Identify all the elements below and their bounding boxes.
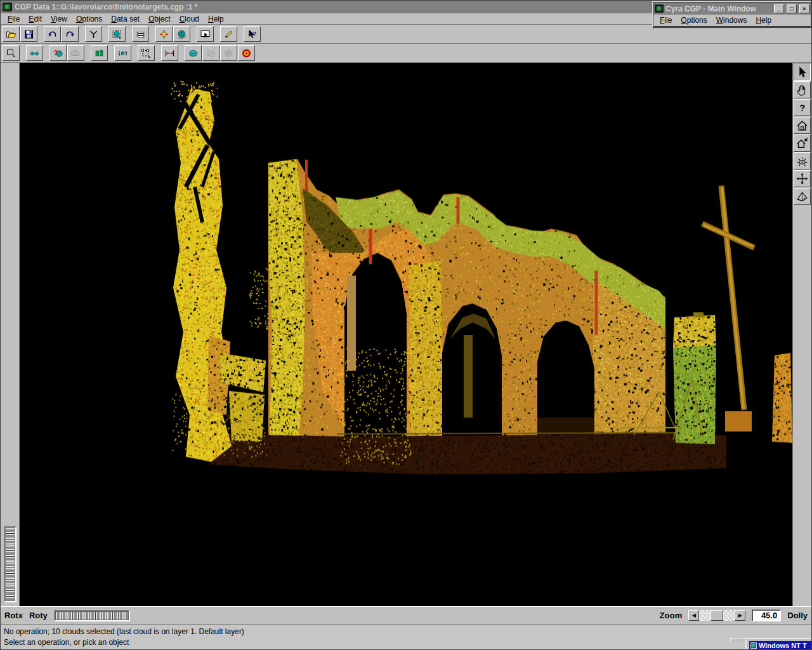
cyra-main-window[interactable]: Cyra CGP - Main Window _ □ × FileOptions… — [653, 2, 811, 28]
home-tool-button[interactable] — [794, 117, 811, 134]
svg-text:?: ? — [799, 103, 805, 113]
save-button[interactable] — [20, 26, 37, 42]
cylinders-icon — [94, 48, 105, 58]
menu-item-file[interactable]: File — [655, 15, 676, 25]
axes-icon — [88, 29, 99, 39]
dolly-label: Dolly — [787, 611, 808, 620]
zoom-scrollbar[interactable]: ◀ ▶ — [688, 610, 745, 621]
menu-item-object[interactable]: Object — [144, 14, 175, 24]
menu-item-windows[interactable]: Windows — [712, 15, 752, 25]
query-tool-button[interactable]: ? — [794, 99, 811, 116]
app-icon — [3, 3, 12, 11]
context-help-button[interactable]: ? — [244, 26, 261, 42]
scanlines-button[interactable] — [202, 45, 219, 61]
perspective-tool-button[interactable] — [794, 188, 811, 205]
mesh-icon — [223, 48, 234, 58]
target-button[interactable] — [238, 45, 255, 61]
svg-text:?: ? — [253, 29, 257, 36]
pointer-tool-button[interactable] — [794, 63, 811, 81]
menu-item-file[interactable]: File — [3, 14, 24, 24]
menu-item-options[interactable]: Options — [72, 14, 107, 24]
menu-item-options[interactable]: Options — [676, 15, 711, 25]
query-sphere-button[interactable]: ? — [49, 45, 67, 61]
point-cloud-viewport[interactable] — [20, 63, 792, 606]
axes-button[interactable] — [85, 26, 102, 42]
undo-button[interactable] — [44, 26, 61, 42]
redo-icon — [65, 29, 75, 39]
open-button[interactable] — [3, 26, 20, 42]
peek-window[interactable]: Windows NT T — [745, 638, 811, 649]
move-cross-tool-button[interactable] — [794, 170, 811, 187]
disc-icon — [188, 48, 199, 58]
zoom-window-button[interactable] — [3, 45, 20, 61]
menu-item-help[interactable]: Help — [204, 14, 228, 24]
home-go-icon — [796, 136, 809, 150]
point-cloud-canvas[interactable] — [20, 63, 792, 606]
cyra-app-icon — [655, 4, 664, 13]
cyra-title-bar[interactable]: Cyra CGP - Main Window _ □ × — [653, 3, 811, 15]
perspective-icon — [796, 190, 809, 203]
globe-icon — [176, 29, 187, 39]
cyra-window-title: Cyra CGP - Main Window — [665, 4, 771, 13]
selection-box-icon — [141, 48, 152, 58]
pencil-button[interactable] — [220, 26, 237, 42]
maximize-button[interactable]: □ — [787, 4, 797, 13]
peek-window-border — [730, 638, 747, 642]
zoom-scroll-track[interactable] — [699, 610, 735, 621]
roty-thumbwheel[interactable] — [54, 610, 130, 621]
align-icon — [29, 48, 40, 58]
rotx-label: Rotx — [4, 611, 23, 620]
home-icon — [796, 119, 809, 132]
pointer-icon — [796, 65, 809, 79]
layers-icon — [135, 29, 146, 39]
view-eye-tool-button[interactable] — [794, 152, 811, 169]
paint-icon — [159, 29, 169, 39]
undo-icon — [47, 29, 58, 39]
minimize-button[interactable]: _ — [774, 4, 784, 13]
menu-item-view[interactable]: View — [46, 14, 72, 24]
zoom-value-field[interactable] — [752, 609, 781, 621]
svg-text:?: ? — [54, 49, 58, 56]
globe-button[interactable] — [173, 26, 190, 42]
cyra-menu-bar: FileOptionsWindowsHelp — [653, 15, 811, 27]
redo-button[interactable] — [62, 26, 79, 42]
zoom-scroll-thumb[interactable] — [710, 610, 723, 621]
zoom-scroll-left-button[interactable]: ◀ — [688, 610, 699, 621]
disc-button[interactable] — [185, 45, 202, 61]
menu-item-help[interactable]: Help — [751, 15, 776, 25]
status-line-2: Select an operation, or pick an object — [4, 637, 808, 648]
menu-item-data-set[interactable]: Data set — [107, 14, 144, 24]
query-sphere-icon: ? — [53, 48, 63, 58]
toolbar-row-2: ? — [1, 44, 811, 63]
rotx-thumbwheel[interactable] — [4, 526, 16, 602]
zoom-window-icon — [6, 48, 16, 58]
zoom-scroll-right-button[interactable]: ▶ — [735, 610, 745, 621]
select-circle-button[interactable] — [108, 26, 126, 42]
main-area: ? — [1, 63, 811, 606]
menu-item-cloud[interactable]: Cloud — [175, 14, 204, 24]
status-bar: No operation; 10 clouds selected (last c… — [1, 624, 811, 649]
paint-button[interactable] — [155, 26, 173, 42]
cloud-button[interactable] — [67, 45, 84, 61]
status-line-1: No operation; 10 clouds selected (last c… — [4, 627, 808, 637]
home-go-tool-button[interactable] — [794, 135, 811, 152]
mesh-button[interactable] — [220, 45, 237, 61]
close-button[interactable]: × — [799, 4, 809, 13]
select-circle-icon — [112, 29, 122, 39]
selection-box-button[interactable] — [138, 45, 155, 61]
hand-tool-button[interactable] — [794, 81, 811, 98]
peek-window-title-bar[interactable]: Windows NT T — [749, 641, 811, 649]
hand-icon — [796, 83, 809, 96]
save-icon — [23, 29, 34, 39]
cloud-icon — [70, 48, 81, 58]
open-icon — [6, 29, 16, 39]
measure-button[interactable] — [161, 45, 178, 61]
left-strip — [1, 63, 20, 606]
align-button[interactable] — [26, 45, 43, 61]
layers-button[interactable] — [132, 26, 149, 42]
rotate-point-button[interactable] — [114, 45, 131, 61]
menu-item-edit[interactable]: Edit — [24, 14, 46, 24]
roty-label: Roty — [29, 611, 48, 620]
cylinders-button[interactable] — [91, 45, 108, 61]
screen-pick-button[interactable] — [197, 26, 214, 42]
